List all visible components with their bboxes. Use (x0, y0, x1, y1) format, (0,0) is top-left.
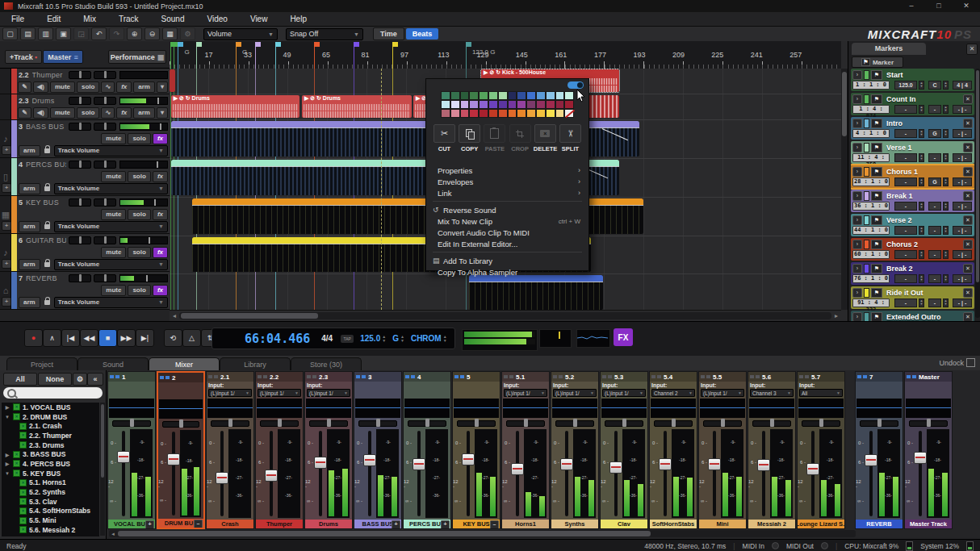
solo-button[interactable]: solo (128, 133, 150, 144)
marker-row-start[interactable]: ›⚑Start1 : 1 : 0125.0▲▼C▲▼4 | 4 (851, 69, 974, 91)
slider-handle[interactable] (79, 123, 82, 130)
volume-fader[interactable] (560, 428, 572, 520)
marker-time-value[interactable]: 4 : 1 : 0 (852, 129, 890, 138)
paint-brush-icon[interactable]: ✎ (18, 107, 31, 119)
input-dropdown[interactable]: (L)Input 1/▼ (208, 389, 252, 397)
delete-marker-icon[interactable]: ✕ (963, 167, 973, 177)
maximize-button[interactable]: □ (925, 0, 953, 12)
lock-icon[interactable] (44, 148, 50, 153)
marker-row-intro[interactable]: ›⚑Intro✕4 : 1 : 0-▲▼G▲▼- | - (851, 117, 974, 140)
track-enable-checkbox[interactable]: ✕ (13, 451, 20, 458)
lock-icon[interactable] (44, 186, 50, 191)
tempo-value[interactable]: 125.0 (360, 334, 380, 343)
channel-automation-display[interactable] (906, 399, 951, 418)
track-pan-slider[interactable] (94, 97, 116, 105)
import-icon[interactable]: ▥ (38, 27, 53, 40)
scale-mode-spinner[interactable]: ▲▼ (443, 335, 447, 343)
fader-handle[interactable] (560, 458, 573, 470)
pan-slider[interactable] (408, 419, 446, 427)
marker-key-value[interactable]: - (928, 105, 941, 114)
expand-channel-icon[interactable]: + (392, 520, 400, 528)
fx-button[interactable]: fx (153, 247, 168, 258)
track-enable-checkbox[interactable]: ✕ (13, 403, 20, 411)
tree-item-5-2-synths[interactable]: ✕5.2. Synths (2, 487, 99, 497)
arm-button[interactable]: arm (19, 145, 40, 157)
menu-item-convert-audio-clip-to-midi[interactable]: Convert Audio Clip To MIDI (426, 227, 588, 238)
go-to-start-button[interactable]: |◀ (61, 329, 80, 347)
marker-color-chip[interactable] (864, 70, 869, 80)
slider-handle[interactable] (104, 97, 107, 104)
tempo-spinner[interactable]: ▲▼ (919, 177, 924, 186)
marker-time-value[interactable]: 36 : 1 : 0 (852, 202, 890, 211)
horizontal-scrollbar[interactable]: ◂ ▸ (170, 310, 841, 321)
color-swatch[interactable] (536, 100, 546, 109)
marker-signature-value[interactable]: 4 | 4 (953, 81, 972, 90)
color-swatch[interactable] (441, 91, 450, 100)
slider-handle[interactable] (79, 236, 82, 244)
color-swatch[interactable] (460, 100, 470, 109)
track-enable-checkbox[interactable]: ✕ (19, 423, 27, 430)
paint-brush-icon[interactable]: ✎ (18, 81, 31, 93)
pan-handle[interactable] (927, 419, 931, 427)
automation-type-dropdown[interactable]: Volume▼ (203, 28, 278, 40)
mixer-channel-3[interactable]: 30 -6 -12 -∞ --9--18--27--36-BASS BUS+ (354, 371, 402, 529)
volume-fader[interactable] (609, 428, 622, 520)
slider-handle[interactable] (104, 123, 107, 130)
track-enable-checkbox[interactable]: ✕ (19, 498, 27, 505)
lock-icon[interactable] (44, 262, 50, 267)
midi-icon[interactable]: ▦ (162, 27, 178, 40)
arm-button[interactable]: arm (19, 183, 40, 194)
master-fx-button[interactable]: FX (614, 328, 633, 346)
channel-automation-display[interactable] (159, 399, 203, 419)
color-swatch[interactable] (517, 100, 526, 109)
menu-mix[interactable]: Mix (72, 12, 107, 26)
color-swatch[interactable] (469, 91, 479, 100)
marker-tempo-value[interactable]: - (894, 105, 917, 114)
color-swatch[interactable] (546, 100, 555, 109)
marker-row-break-2[interactable]: ›⚑Break 2✕76 : 1 : 0-▲▼-▲▼- | - (851, 262, 974, 285)
marker-row-verse-1[interactable]: ›⚑Verse 1✕11 : 4 : 750-▲▼-▲▼- | - (851, 141, 974, 164)
marker-tempo-value[interactable]: - (894, 202, 917, 211)
marker-time-value[interactable]: 44 : 1 : 0 (852, 226, 890, 235)
track-enable-checkbox[interactable]: ✕ (13, 470, 20, 477)
track-pan-slider[interactable] (94, 161, 116, 169)
volume-fader[interactable] (363, 428, 375, 520)
delete-button[interactable]: ×DELETE (534, 124, 557, 152)
rewind-button[interactable]: ◀◀ (80, 329, 98, 347)
scroll-left-icon[interactable]: ◂ (109, 531, 117, 537)
input-dropdown[interactable]: All▼ (799, 389, 843, 397)
channel-name-label[interactable]: Horns1 (502, 520, 549, 528)
menu-item-link[interactable]: Link› (426, 187, 588, 198)
clip[interactable]: ▶ ⊘ ↻ Drums (302, 95, 412, 118)
color-swatch[interactable] (526, 109, 536, 118)
marker-signature-value[interactable]: - | - (953, 177, 972, 186)
color-swatch[interactable] (498, 109, 508, 118)
track-pan-slider[interactable] (94, 198, 116, 207)
go-to-end-button[interactable]: ▶| (136, 329, 154, 347)
track-volume-slider[interactable] (69, 123, 91, 131)
channel-automation-display[interactable] (601, 399, 647, 418)
pan-slider[interactable] (112, 419, 151, 427)
master-volume-display[interactable] (539, 329, 572, 348)
mixer-channel-5[interactable]: 50 -6 -12 -∞ --9--18--27--36-KEY BUS– (452, 371, 500, 529)
mixer-channel-5-4[interactable]: 5.4Input:Channel 2▼0 -6 -12 -∞ --9--18--… (649, 371, 697, 529)
volume-fader[interactable] (462, 428, 474, 520)
time-signature[interactable]: 4/4 (321, 334, 333, 343)
fader-handle[interactable] (265, 470, 278, 482)
copy-button[interactable]: COPY (458, 124, 481, 152)
input-dropdown[interactable]: (L)Input 1/▼ (553, 389, 597, 397)
automation-icon[interactable]: ∿ (101, 81, 115, 93)
time-mode-button[interactable]: Time (373, 27, 404, 40)
marker-row-ride-it-out[interactable]: ›⚑Ride it Out✕91 : 4 : 332-▲▼-▲▼- | - (851, 286, 974, 309)
marker-tempo-value[interactable]: - (894, 274, 917, 283)
fader-handle[interactable] (708, 458, 721, 470)
stop-button[interactable]: ■ (98, 329, 117, 347)
volume-fader[interactable] (314, 428, 326, 520)
marker-tempo-value[interactable]: - (894, 129, 917, 138)
marker-color-chip[interactable] (864, 94, 869, 104)
arm-button[interactable]: arm (19, 221, 40, 232)
marker-tempo-value[interactable]: - (894, 298, 917, 307)
mixer-channel-2[interactable]: 20 -6 -12 -∞ --9--18--27--36-DRUM BUS– (157, 371, 205, 529)
channel-name-label[interactable]: VOCAL BUS+ (108, 520, 155, 528)
color-swatch[interactable] (479, 91, 488, 100)
